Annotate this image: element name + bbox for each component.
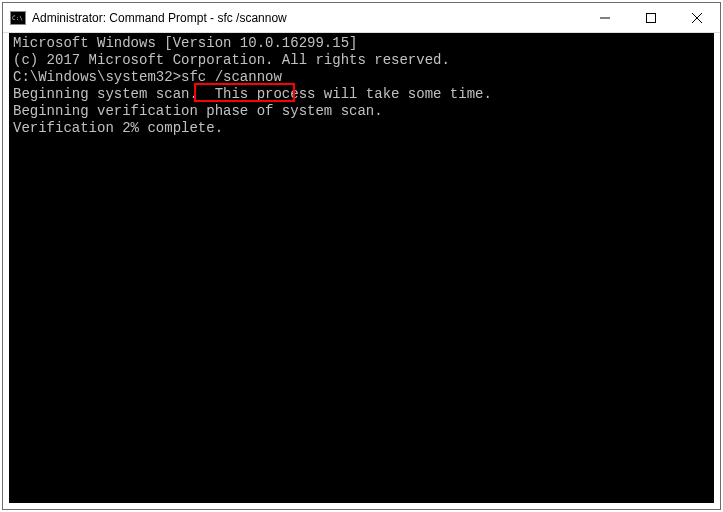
close-icon: [692, 13, 702, 23]
window-controls: [582, 3, 720, 32]
window-title: Administrator: Command Prompt - sfc /sca…: [32, 11, 582, 25]
terminal-line: Beginning system scan. This process will…: [13, 86, 710, 103]
window-frame: Administrator: Command Prompt - sfc /sca…: [2, 2, 721, 510]
cmd-icon: [10, 11, 26, 25]
command-text: sfc /scannow: [181, 69, 282, 85]
maximize-icon: [646, 13, 656, 23]
minimize-icon: [600, 13, 610, 23]
maximize-button[interactable]: [628, 3, 674, 32]
minimize-button[interactable]: [582, 3, 628, 32]
titlebar[interactable]: Administrator: Command Prompt - sfc /sca…: [3, 3, 720, 33]
terminal-line: (c) 2017 Microsoft Corporation. All righ…: [13, 52, 710, 69]
terminal-line: Verification 2% complete.: [13, 120, 710, 137]
svg-rect-1: [647, 13, 656, 22]
close-button[interactable]: [674, 3, 720, 32]
terminal-line: Beginning verification phase of system s…: [13, 103, 710, 120]
prompt-text: C:\Windows\system32>: [13, 69, 181, 85]
terminal-prompt-line: C:\Windows\system32>sfc /scannow: [13, 69, 710, 86]
terminal-line: Microsoft Windows [Version 10.0.16299.15…: [13, 35, 710, 52]
terminal-area[interactable]: Microsoft Windows [Version 10.0.16299.15…: [3, 33, 720, 509]
